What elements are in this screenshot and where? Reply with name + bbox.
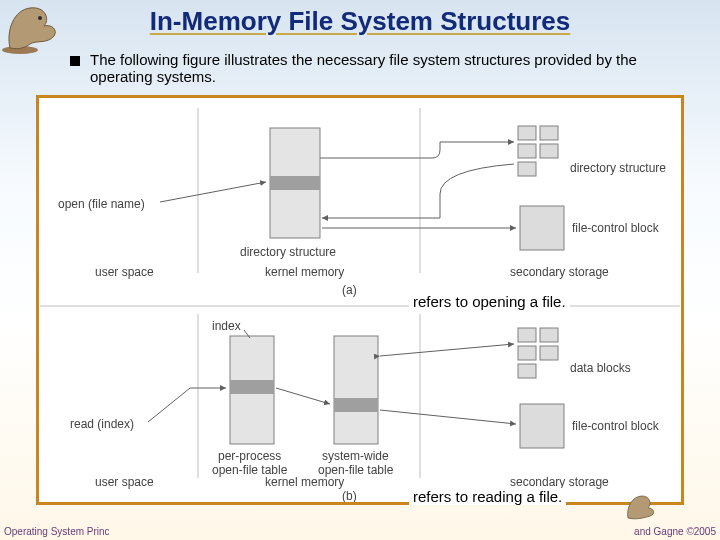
file-system-diagram: open (file name) directory structure dir… [39, 98, 681, 502]
label-secondary-storage-a: secondary storage [510, 265, 609, 279]
caption-a: refers to opening a file. [409, 293, 570, 310]
svg-rect-7 [540, 126, 558, 140]
label-open-call: open (file name) [58, 197, 145, 211]
page-title: In-Memory File System Structures [0, 0, 720, 37]
svg-rect-21 [518, 346, 536, 360]
fig-b-tag: (b) [342, 489, 357, 502]
svg-rect-17 [334, 336, 378, 444]
label-kernel-memory-a: kernel memory [265, 265, 344, 279]
footer-left-text: Operating System Princ [4, 526, 110, 537]
bullet-text: The following figure illustrates the nec… [90, 51, 672, 85]
label-kernel-memory-b: kernel memory [265, 475, 344, 489]
svg-rect-5 [270, 176, 320, 190]
svg-rect-11 [520, 206, 564, 250]
bullet-row: The following figure illustrates the nec… [0, 37, 720, 91]
label-dir-struct-kernel: directory structure [240, 245, 336, 259]
svg-rect-9 [540, 144, 558, 158]
svg-rect-10 [518, 162, 536, 176]
label-pp-oft-1: per-process [218, 449, 281, 463]
caption-b: refers to reading a file. [409, 488, 566, 505]
svg-rect-18 [334, 398, 378, 412]
footer-dino-image [624, 492, 658, 522]
svg-rect-24 [520, 404, 564, 448]
fig-a-tag: (a) [342, 283, 357, 297]
footer-right-text: and Gagne ©2005 [634, 526, 716, 537]
label-dir-struct-disk: directory structure [570, 161, 666, 175]
svg-rect-20 [540, 328, 558, 342]
bullet-square-icon [70, 56, 80, 66]
label-read-call: read (index) [70, 417, 134, 431]
svg-rect-6 [518, 126, 536, 140]
svg-point-1 [38, 16, 42, 20]
label-index: index [212, 319, 241, 333]
svg-rect-16 [230, 380, 274, 394]
svg-rect-22 [540, 346, 558, 360]
svg-rect-8 [518, 144, 536, 158]
label-user-space-a: user space [95, 265, 154, 279]
data-blocks [518, 328, 558, 378]
label-data-blocks: data blocks [570, 361, 631, 375]
label-secondary-storage-b: secondary storage [510, 475, 609, 489]
svg-rect-23 [518, 364, 536, 378]
svg-rect-19 [518, 328, 536, 342]
dir-struct-disk [518, 126, 558, 176]
figure-frame: open (file name) directory structure dir… [36, 95, 684, 505]
corner-dino-image [0, 0, 64, 56]
label-fcb-b: file-control block [572, 419, 660, 433]
label-fcb-a: file-control block [572, 221, 660, 235]
label-sw-oft-1: system-wide [322, 449, 389, 463]
label-user-space-b: user space [95, 475, 154, 489]
